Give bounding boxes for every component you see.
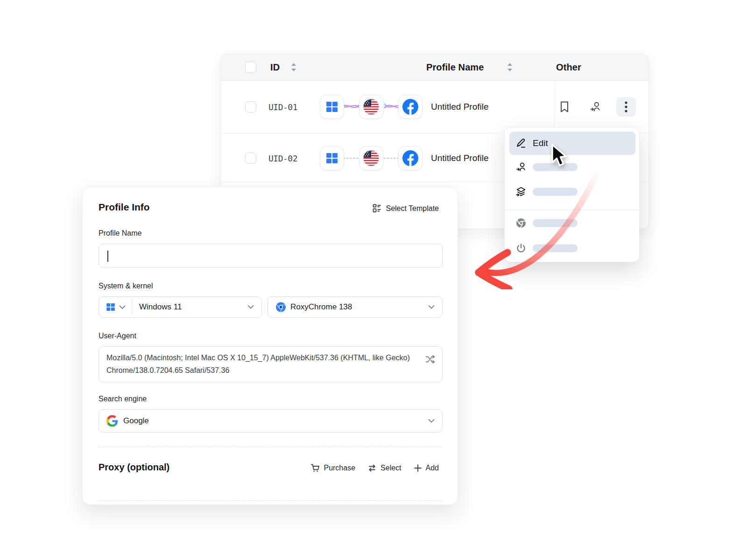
row-checkbox[interactable]	[245, 153, 256, 164]
system-kernel-label: System & kernel	[99, 282, 153, 290]
column-header-other: Other	[556, 62, 581, 73]
chevron-down-icon	[119, 305, 126, 309]
chevron-down-icon	[247, 305, 254, 309]
add-label: Add	[426, 464, 439, 472]
section-divider	[99, 447, 442, 447]
facebook-icon	[398, 146, 423, 170]
roxychrome-icon	[275, 302, 286, 313]
menu-item[interactable]	[509, 159, 635, 175]
layers-icon	[515, 186, 527, 197]
template-icon	[373, 204, 381, 213]
kebab-menu-icon[interactable]	[616, 97, 636, 117]
menu-item-placeholder	[533, 188, 578, 196]
chrome-icon	[515, 217, 527, 229]
menu-divider	[505, 210, 640, 210]
row-uid: UID-02	[268, 153, 297, 163]
platform-strip	[320, 95, 423, 119]
search-engine-select[interactable]: Google	[99, 409, 443, 433]
menu-item-edit[interactable]: Edit	[509, 132, 635, 155]
us-flag-icon	[359, 95, 383, 119]
select-template-label: Select Template	[386, 204, 439, 213]
windows-icon	[320, 146, 344, 170]
windows-icon	[106, 302, 116, 312]
purchase-proxy-button[interactable]: Purchase	[310, 463, 355, 473]
facebook-icon	[398, 95, 423, 119]
select-proxy-button[interactable]: Select	[367, 463, 401, 473]
column-header-id[interactable]: ID	[270, 62, 280, 73]
bottom-divider	[99, 500, 442, 501]
menu-item-label: Edit	[533, 138, 548, 148]
kernel-select[interactable]: RoxyChrome 138	[268, 296, 443, 318]
user-agent-label: User-Agent	[99, 332, 136, 340]
menu-item[interactable]	[509, 215, 635, 231]
menu-item-placeholder	[533, 219, 578, 227]
chevron-down-icon	[428, 419, 435, 423]
menu-item-placeholder	[533, 245, 578, 252]
transfer-profile-icon	[515, 161, 527, 173]
search-engine-label: Search engine	[99, 395, 147, 403]
select-label: Select	[381, 464, 401, 472]
profile-name-input[interactable]	[99, 244, 443, 268]
row-context-menu: Edit	[504, 127, 640, 262]
row-uid: UID-01	[268, 102, 297, 112]
shuffle-icon[interactable]	[425, 354, 436, 364]
column-header-profile-name[interactable]: Profile Name	[426, 62, 484, 73]
google-icon	[106, 415, 118, 427]
user-agent-textarea[interactable]: Mozilla/5.0 (Macintosh; Intel Mac OS X 1…	[99, 346, 443, 382]
select-all-checkbox[interactable]	[245, 62, 256, 73]
kernel-select-value: RoxyChrome 138	[290, 302, 352, 312]
chevron-down-icon	[428, 305, 435, 309]
select-template-button[interactable]: Select Template	[373, 204, 439, 213]
transfer-profile-icon[interactable]	[589, 101, 601, 113]
menu-item[interactable]	[509, 184, 635, 200]
platform-strip	[320, 146, 423, 170]
profile-info-card: Profile Info Select Template Profile Nam…	[82, 187, 458, 505]
select-divider	[132, 300, 132, 315]
profile-name-label: Profile Name	[99, 229, 141, 238]
sort-icon[interactable]	[507, 62, 513, 72]
search-engine-value: Google	[123, 416, 149, 426]
plus-icon	[414, 464, 422, 472]
user-agent-value: Mozilla/5.0 (Macintosh; Intel Mac OS X 1…	[106, 352, 421, 377]
profile-name-cell: Untitled Profile	[431, 153, 489, 163]
profile-name-cell: Untitled Profile	[431, 102, 489, 112]
menu-item[interactable]	[509, 240, 635, 256]
table-header: ID Profile Name Other	[221, 54, 648, 81]
card-title: Profile Info	[99, 202, 150, 213]
edit-pen-icon	[515, 138, 527, 149]
windows-icon	[320, 95, 344, 119]
proxy-section-title: Proxy (optional)	[99, 462, 169, 473]
row-checkbox[interactable]	[245, 101, 256, 112]
proxy-actions: Purchase Select Add	[310, 463, 439, 473]
text-caret	[107, 251, 108, 262]
bookmark-icon[interactable]	[558, 101, 571, 113]
swap-arrows-icon	[367, 463, 377, 473]
cart-icon	[310, 463, 320, 473]
sort-icon[interactable]	[290, 62, 297, 72]
add-proxy-button[interactable]: Add	[414, 463, 439, 473]
purchase-label: Purchase	[324, 464, 355, 472]
power-icon	[515, 243, 527, 254]
os-select[interactable]: Windows 11	[99, 296, 262, 318]
table-row[interactable]: UID-01	[221, 81, 648, 133]
menu-item-placeholder	[533, 163, 578, 171]
us-flag-icon	[359, 146, 383, 170]
os-select-value: Windows 11	[139, 302, 182, 312]
